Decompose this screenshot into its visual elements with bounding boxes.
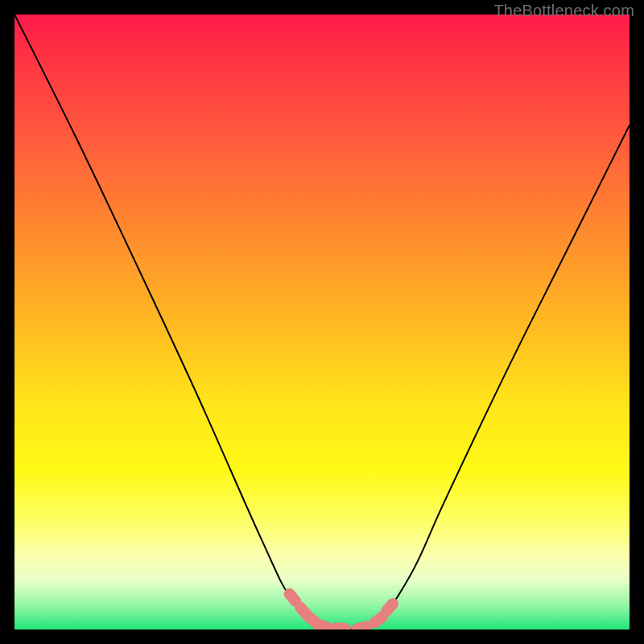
svg-rect-3 [310,617,333,630]
svg-rect-0 [282,586,303,609]
bottleneck-curve-path [14,14,630,630]
svg-rect-2 [299,608,323,630]
marker-flat-start [310,617,333,630]
svg-rect-7 [378,596,401,619]
marker-left-dot [299,608,323,630]
svg-rect-5 [350,620,373,630]
marker-group [282,586,401,630]
svg-rect-4 [330,622,352,630]
svg-rect-6 [367,609,390,630]
curve-layer [14,14,630,630]
marker-left-cap-2 [292,600,315,623]
marker-flat-end [350,620,373,630]
marker-right-cap-1 [367,609,390,630]
marker-right-cap-2 [378,596,401,619]
svg-rect-1 [292,600,315,623]
watermark-text: TheBottleneck.com [493,2,634,20]
chart-frame: TheBottleneck.com [0,0,644,644]
marker-flat-mid [330,622,352,630]
plot-area [14,14,630,630]
marker-left-cap-1 [282,586,303,609]
